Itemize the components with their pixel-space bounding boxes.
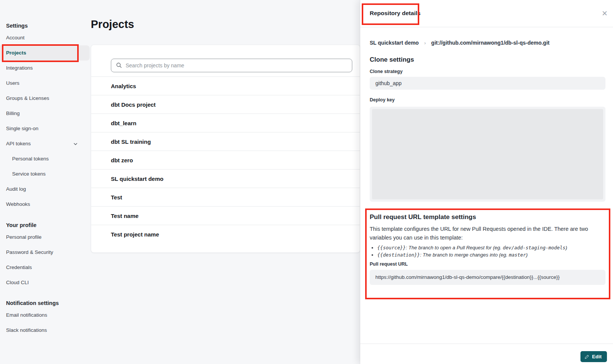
sidebar-item-password-security[interactable]: Password & Security <box>0 245 91 260</box>
settings-sidebar: Settings Account Projects Integrations U… <box>0 0 91 364</box>
pr-template-description: This template configures the URL for new… <box>370 225 597 242</box>
projects-list: Analytics dbt Docs project dbt_learn dbt… <box>91 76 360 243</box>
project-row-analytics[interactable]: Analytics <box>91 76 360 95</box>
pencil-icon <box>585 354 590 359</box>
deploy-key-field <box>370 107 605 202</box>
panel-body: SL quickstart demo › git://github.com/mi… <box>360 39 613 285</box>
sidebar-item-billing[interactable]: Billing <box>0 106 91 121</box>
panel-title: Repository details <box>370 10 420 17</box>
sidebar-item-integrations[interactable]: Integrations <box>0 61 91 76</box>
sidebar-item-credentials[interactable]: Credentials <box>0 260 91 275</box>
pr-template-settings-heading: Pull request URL template settings <box>370 213 605 221</box>
destination-variable-example: master <box>509 252 526 258</box>
search-box <box>111 59 352 72</box>
sidebar-item-projects[interactable]: Projects <box>0 45 90 61</box>
chevron-down-icon <box>73 142 78 146</box>
project-row-dbt-docs-project[interactable]: dbt Docs project <box>91 95 360 114</box>
edit-button[interactable]: Edit <box>580 351 607 362</box>
project-row-test-name[interactable]: Test name <box>91 206 360 225</box>
sidebar-item-single-sign-on[interactable]: Single sign-on <box>0 121 91 136</box>
page-title: Projects <box>91 18 134 31</box>
deploy-key-label: Deploy key <box>370 97 605 103</box>
destination-variable-desc: : The branch to merge changes into (eg. <box>420 252 509 258</box>
project-row-dbt-learn[interactable]: dbt_learn <box>91 114 360 132</box>
sidebar-item-webhooks[interactable]: Webhooks <box>0 197 91 212</box>
sidebar-item-service-tokens[interactable]: Service tokens <box>0 166 91 182</box>
sidebar-item-account[interactable]: Account <box>0 30 91 45</box>
edit-button-label: Edit <box>592 354 602 359</box>
close-icon[interactable]: ✕ <box>599 8 610 19</box>
sidebar-item-api-tokens[interactable]: API tokens <box>0 136 91 151</box>
deploy-key-value <box>372 109 603 199</box>
breadcrumb-separator-icon: › <box>424 40 426 46</box>
search-input[interactable] <box>111 59 352 72</box>
destination-variable-code: {{destination}} <box>377 252 420 258</box>
sidebar-heading-notification-settings: Notification settings <box>0 299 91 308</box>
pull-request-url-value: https://github.com/mirnawong1/db-sl-qs-d… <box>370 270 605 285</box>
sidebar-item-audit-log[interactable]: Audit log <box>0 182 91 197</box>
panel-footer: Edit <box>360 344 613 364</box>
project-row-dbt-zero[interactable]: dbt zero <box>91 151 360 169</box>
sidebar-item-personal-tokens[interactable]: Personal tokens <box>0 151 91 166</box>
sidebar-item-slack-notifications[interactable]: Slack notifications <box>0 323 91 338</box>
source-variable-suffix: ) <box>565 245 567 250</box>
sidebar-item-cloud-cli[interactable]: Cloud CLI <box>0 275 91 290</box>
pr-variable-source: {{source}}: The branch to open a Pull Re… <box>377 244 605 251</box>
breadcrumb-project-link[interactable]: SL quickstart demo <box>370 40 419 46</box>
sidebar-heading-settings: Settings <box>0 21 91 30</box>
project-row-test-project-name[interactable]: Test project name <box>91 225 360 243</box>
search-icon <box>116 62 122 68</box>
panel-header: Repository details ✕ <box>360 0 613 27</box>
sidebar-item-personal-profile[interactable]: Personal profile <box>0 230 91 245</box>
pull-request-url-section: Pull request URL template settings This … <box>370 213 605 285</box>
clone-settings-heading: Clone settings <box>370 56 605 64</box>
sidebar-item-groups-licenses[interactable]: Groups & Licenses <box>0 91 91 106</box>
breadcrumb: SL quickstart demo › git://github.com/mi… <box>370 39 605 46</box>
pr-template-variables-list: {{source}}: The branch to open a Pull Re… <box>370 244 605 258</box>
breadcrumb-repo-url: git://github.com/mirnawong1/db-sl-qs-dem… <box>431 40 550 46</box>
clone-strategy-value: github_app <box>370 77 605 90</box>
destination-variable-suffix: ) <box>526 252 527 258</box>
pr-variable-destination: {{destination}}: The branch to merge cha… <box>377 251 605 258</box>
repository-details-panel: Repository details ✕ SL quickstart demo … <box>360 0 613 364</box>
sidebar-heading-your-profile: Your profile <box>0 221 91 230</box>
project-row-sl-quickstart-demo[interactable]: SL quickstart demo <box>91 169 360 188</box>
projects-card: Analytics dbt Docs project dbt_learn dbt… <box>91 45 360 253</box>
sidebar-item-users[interactable]: Users <box>0 76 91 91</box>
sidebar-item-email-notifications[interactable]: Email notifications <box>0 308 91 323</box>
source-variable-desc: : The branch to open a Pull Request for … <box>406 245 503 250</box>
project-row-test[interactable]: Test <box>91 188 360 206</box>
source-variable-code: {{source}} <box>377 245 406 250</box>
pull-request-url-label: Pull request URL <box>370 261 605 267</box>
source-variable-example: dev/add-staging-models <box>503 245 566 250</box>
project-row-dbt-sl-training[interactable]: dbt SL training <box>91 132 360 151</box>
clone-strategy-label: Clone strategy <box>370 69 605 75</box>
sidebar-item-label: API tokens <box>6 141 31 146</box>
